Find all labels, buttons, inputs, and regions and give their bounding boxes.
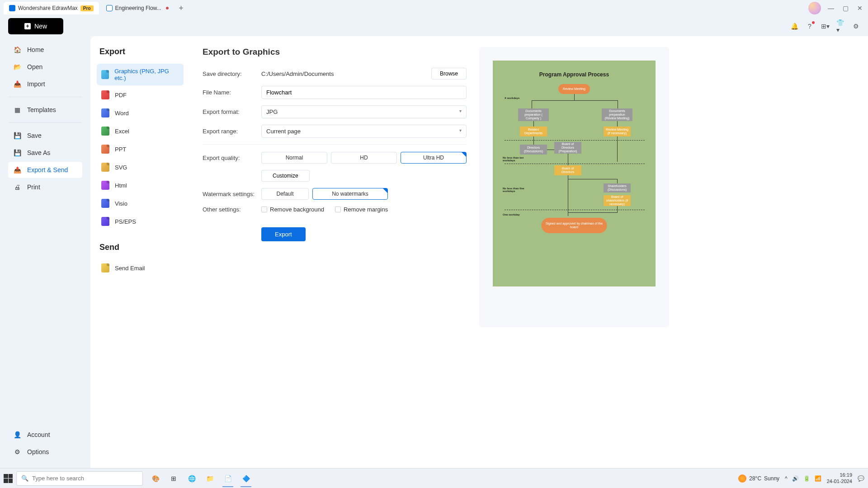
pv-connector [568,212,618,213]
main: 🏠Home 📂Open 📥Import ▦Templates 💾Save 💾Sa… [0,36,868,468]
export-item-label: PPT [115,146,126,153]
bell-icon[interactable]: 🔔 [790,22,798,30]
export-ps[interactable]: PS/EPS [97,213,184,230]
quality-normal-option[interactable]: Normal [261,152,327,164]
export-html[interactable]: Html [97,177,184,194]
taskbar-app-1[interactable]: 🎨 [148,471,163,486]
content-area: Export Graphics (PNG, JPG etc.) PDF Word… [90,36,868,468]
tray-volume-icon[interactable]: 🔊 [792,475,799,482]
word-icon [101,108,109,117]
taskbar-edge[interactable]: 🌐 [184,471,199,486]
nav-account[interactable]: 👤Account [8,427,82,443]
nav-options[interactable]: ⚙Options [8,444,82,460]
nav-open[interactable]: 📂Open [8,59,82,75]
pv-node-review: Review Meeting [558,84,590,94]
export-svg[interactable]: SVG [97,159,184,176]
export-section-title: Export [97,47,184,56]
save-as-icon: 💾 [14,149,21,156]
pv-node-board: Board of Directors [554,165,581,175]
image-icon [101,70,109,79]
tray-notifications-icon[interactable]: 💬 [858,475,864,482]
nav-home[interactable]: 🏠Home [8,42,82,58]
preview-title: Program Approval Process [500,71,648,78]
nav-print[interactable]: 🖨Print [8,179,82,195]
format-select[interactable]: JPG [261,105,467,118]
pv-node-board-shareh: Board of shareholders (if necessary) [604,195,631,206]
apps-icon[interactable]: ⊞▾ [821,22,829,30]
pv-node-shareh-disc: Shareholders (Discussions) [604,183,631,192]
remove-bg-checkbox[interactable]: Remove background [261,206,324,213]
export-column: Export Graphics (PNG, JPG etc.) PDF Word… [90,36,190,468]
export-excel[interactable]: Excel [97,122,184,140]
pv-connector [617,136,618,162]
tray-battery-icon[interactable]: 🔋 [803,475,810,482]
export-word[interactable]: Word [97,104,184,122]
pv-node-review2: Review Meeting (if necessary) [604,127,631,136]
watermark-label: Watermark settings: [203,191,261,197]
close-button[interactable]: ✕ [855,4,864,13]
left-nav-bottom: 👤Account ⚙Options [0,427,90,461]
quality-ultrahd-option[interactable]: Ultra HD [401,152,467,164]
preview-panel: Program Approval Process Review Meeting … [479,47,669,327]
nav-label: Templates [27,106,56,113]
titlebar: Wondershare EdrawMax Pro Engineering Flo… [0,0,868,16]
taskbar-word[interactable]: 📄 [221,471,235,486]
range-select[interactable]: Current page [261,125,467,138]
browse-button[interactable]: Browse [431,68,467,80]
tray-chevron-icon[interactable]: ^ [785,475,788,482]
taskbar-edrawmax[interactable]: 🔷 [239,471,253,486]
export-ppt[interactable]: PPT [97,141,184,158]
quality-hd-option[interactable]: HD [331,152,397,164]
new-button[interactable]: + New [8,18,63,34]
taskbar-taskview[interactable]: ⊞ [166,471,181,486]
nav-label: Import [27,80,45,88]
tray-wifi-icon[interactable]: 📶 [815,475,821,482]
pv-connector [547,150,554,150]
nav-export-send[interactable]: 📤Export & Send [8,162,82,178]
export-visio[interactable]: Visio [97,195,184,212]
send-email[interactable]: Send Email [97,259,184,277]
pv-node-doc-review: Documents preparation (Review Meeting) [602,108,632,121]
taskbar-explorer[interactable]: 📁 [203,471,217,486]
nav-save[interactable]: 💾Save [8,127,82,144]
nav-save-as[interactable]: 💾Save As [8,145,82,161]
pv-node-board-prep: Board of Directors (Preparation) [554,142,581,154]
pv-node-signed: Signed and approved by chairman of the b… [542,218,607,233]
customize-button[interactable]: Customize [261,170,310,182]
mail-icon [101,263,109,272]
nav-divider [8,97,82,97]
taskbar-search[interactable]: 🔍 Type here to search [16,471,143,486]
tab-document[interactable]: Engineering Flow... [101,2,174,14]
checkbox-icon [261,206,267,212]
temp: 28°C [749,475,761,482]
pv-connector [568,179,618,179]
maximize-button[interactable]: ▢ [841,4,850,13]
tab-home[interactable]: Wondershare EdrawMax Pro [4,2,99,14]
watermark-default-option[interactable]: Default [261,188,309,200]
pv-label-one: One workday [503,213,520,216]
form-column: Export to Graphics Save directory: C:/Us… [190,36,479,468]
filename-input[interactable] [261,86,467,99]
checkbox-label: Remove background [270,206,324,213]
nav-templates[interactable]: ▦Templates [8,102,82,118]
watermark-none-option[interactable]: No watermarks [312,188,388,200]
nav-import[interactable]: 📥Import [8,76,82,92]
minimize-button[interactable]: — [826,4,835,13]
remove-margins-checkbox[interactable]: Remove margins [335,206,388,213]
export-graphics[interactable]: Graphics (PNG, JPG etc.) [97,64,184,85]
doc-icon [106,5,113,11]
app-icon [9,5,15,11]
export-button[interactable]: Export [261,227,306,241]
export-item-label: Visio [115,200,127,207]
nav-label: Options [27,448,49,455]
taskbar-clock[interactable]: 16:19 24-01-2024 [827,472,852,484]
export-pdf[interactable]: PDF [97,86,184,103]
search-icon: 🔍 [21,475,28,482]
gear-icon[interactable]: ⚙ [852,22,860,30]
add-tab-button[interactable]: + [176,3,187,14]
help-icon[interactable]: ? [806,22,814,30]
avatar[interactable] [808,2,821,14]
weather-widget[interactable]: 28°C Sunny [738,474,779,483]
start-button[interactable] [4,474,13,483]
shirt-icon[interactable]: 👕▾ [836,22,844,30]
